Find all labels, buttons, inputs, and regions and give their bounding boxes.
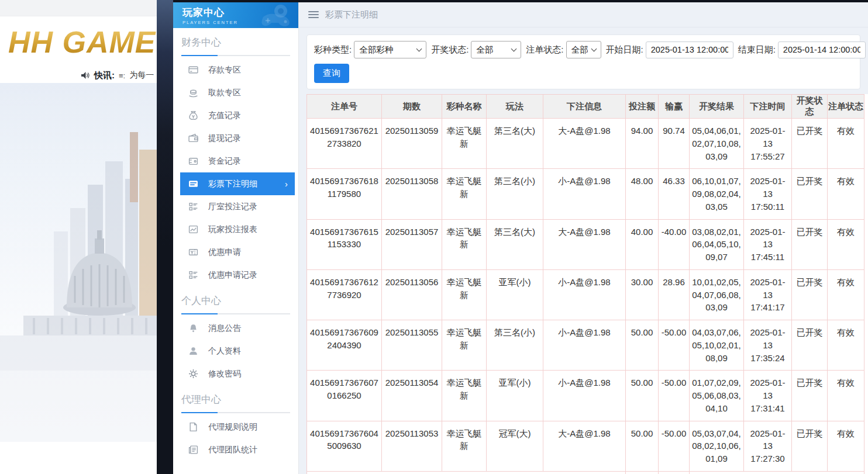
gear-icon [188, 369, 198, 379]
table-row: 40156917367615115333020250113057幸运飞艇新第三名… [307, 219, 864, 269]
table-cell: 50.00 [626, 371, 659, 421]
table-header-row: 注单号 期数 彩种名称 玩法 下注信息 投注额 输赢 开奖结果 下注时间 开奖状… [307, 95, 864, 119]
sidebar-item-deposit[interactable]: 存款专区 [180, 58, 295, 81]
order-status-select-wrap: 全部 [566, 41, 601, 58]
sidebar-item-label: 代理团队统计 [208, 445, 257, 455]
draw-status-label: 开奖状态: [431, 44, 469, 56]
table-cell: 有效 [828, 269, 864, 320]
table-cell: 05,03,07,04,08,02,10,06,01,09 [690, 421, 744, 471]
hamburger-menu-icon[interactable] [308, 11, 319, 18]
personal-menu: 消息公告 个人资料 修改密码 [173, 316, 298, 385]
order-status-select[interactable]: 全部 [566, 41, 601, 58]
sidebar-item-agent-team-stats[interactable]: 代理团队统计 [180, 438, 295, 461]
sidebar-item-withdraw[interactable]: 取款专区 [180, 81, 295, 104]
table-cell: 20250113056 [382, 269, 442, 320]
sidebar-item-withdrawal-records[interactable]: 提现记录 [180, 127, 295, 150]
table-cell: -50.00 [659, 371, 690, 421]
funds-record-icon [188, 156, 198, 166]
draw-status-select-wrap: 全部 [471, 41, 521, 58]
lottery-bets-icon [188, 179, 198, 189]
table-cell: 2025-01-13 17:31:41 [744, 371, 792, 421]
table-cell: 46.33 [659, 169, 690, 219]
column-header: 玩法 [487, 95, 543, 119]
table-cell: 亚军(小) [487, 371, 543, 421]
withdrawal-record-icon [188, 133, 198, 143]
table-cell: 已开奖 [792, 119, 828, 169]
table-cell: 已开奖 [792, 320, 828, 371]
page-title: 彩票下注明细 [325, 9, 378, 20]
sidebar-item-label: 修改密码 [208, 369, 241, 379]
table-cell: 2025-01-13 17:27:30 [744, 421, 792, 471]
total-winloss: -23.97 [659, 471, 690, 474]
table-cell: 04,03,07,06,05,10,02,01,08,09 [690, 320, 744, 371]
filter-panel: 彩种类型: 全部彩种 开奖状态: 全部 注单状态: 全部 开始日期: 结束日期:… [306, 34, 860, 89]
table-cell: 401569173676070166250 [307, 371, 382, 421]
table-cell: 第三名(大) [487, 119, 543, 169]
table-cell: 401569173676045009630 [307, 421, 382, 471]
column-header: 注单号 [307, 95, 382, 119]
table-cell: 小-A盘@1.98 [543, 371, 626, 421]
table-cell: 第三名(小) [487, 320, 543, 371]
sidebar-item-promo-apply[interactable]: 优惠申请 [180, 241, 295, 264]
sidebar-item-agent-rules[interactable]: 代理规则说明 [180, 416, 295, 438]
sidebar-item-player-bet-report[interactable]: 玩家投注报表 [180, 218, 295, 241]
sidebar-item-messages[interactable]: 消息公告 [180, 317, 295, 340]
lottery-type-select-wrap: 全部彩种 [354, 41, 426, 58]
content-topbar: 彩票下注明细 [299, 2, 868, 27]
promo-record-icon [188, 270, 198, 280]
filter-actions: 查询 [314, 64, 853, 83]
table-cell: 小-A盘@1.98 [543, 269, 626, 320]
table-body: 40156917367621273382020250113059幸运飞艇新第三名… [307, 119, 864, 472]
table-cell: 有效 [828, 119, 864, 169]
table-totals: 当前页统计362.00-23.97总统计362.00-23.97 [307, 471, 864, 474]
chevron-right-icon: › [285, 179, 288, 189]
table-cell: 已开奖 [792, 371, 828, 421]
lottery-type-select[interactable]: 全部彩种 [354, 41, 426, 58]
hh-game-logo: HH GAME [0, 25, 156, 60]
speaker-icon [81, 71, 90, 79]
sidebar-item-label: 提现记录 [208, 133, 241, 144]
table-cell: 05,04,06,01,02,07,10,08,03,09 [690, 119, 744, 169]
logo-band: HH GAME [0, 16, 157, 68]
background-topband [0, 0, 157, 16]
table-cell: 50.00 [626, 421, 659, 471]
table-row: 40156917367618117958020250113058幸运飞艇新第三名… [307, 169, 864, 219]
table-cell: 幸运飞艇新 [442, 421, 487, 471]
total-label: 当前页统计 [307, 471, 626, 474]
table-cell: 第三名(小) [487, 169, 543, 219]
table-row: 40156917367612773692020250113056幸运飞艇新亚军(… [307, 269, 864, 320]
end-date-label: 结束日期: [738, 44, 776, 56]
sidebar-item-change-password[interactable]: 修改密码 [180, 362, 295, 385]
column-header: 注单状态 [828, 95, 864, 119]
table-cell: 06,10,01,07,09,08,02,04,03,05 [690, 169, 744, 219]
main-content: 彩票下注明细 彩种类型: 全部彩种 开奖状态: 全部 注单状态: 全部 开始日期… [299, 2, 868, 474]
sidebar-item-recharge-records[interactable]: 充值记录 [180, 104, 295, 127]
table-cell: 01,07,02,09,05,06,08,03,04,10 [690, 371, 744, 421]
promo-apply-icon [188, 247, 198, 257]
sidebar-item-room-bet-records[interactable]: 厅室投注记录 [180, 195, 295, 218]
sidebar-item-profile[interactable]: 个人资料 [180, 340, 295, 362]
end-date-input[interactable] [778, 41, 866, 58]
table-cell: 401569173676092404390 [307, 320, 382, 371]
sidebar-item-funds-records[interactable]: 资金记录 [180, 150, 295, 172]
lottery-type-label: 彩种类型: [314, 44, 352, 56]
sidebar-item-label: 个人资料 [208, 346, 241, 357]
sidebar-item-label: 优惠申请 [208, 247, 241, 258]
table-cell: 已开奖 [792, 421, 828, 471]
start-date-input[interactable] [646, 41, 733, 58]
room-bets-icon [188, 202, 198, 212]
table-row: 40156917367621273382020250113059幸运飞艇新第三名… [307, 119, 864, 169]
table-cell: 10,01,02,05,04,07,06,08,03,09 [690, 269, 744, 320]
draw-status-select[interactable]: 全部 [471, 41, 521, 58]
table-cell: 幸运飞艇新 [442, 219, 487, 269]
table-total-row: 当前页统计362.00-23.97 [307, 471, 864, 474]
sidebar-item-promo-apply-records[interactable]: 优惠申请记录 [180, 264, 295, 286]
section-rule [181, 313, 290, 314]
table-cell: 大-A盘@1.98 [543, 421, 626, 471]
sidebar-item-lottery-bet-details[interactable]: 彩票下注明细 › [180, 172, 295, 195]
total-empty-cell [690, 471, 864, 474]
table-cell: 30.00 [626, 269, 659, 320]
table-cell: 有效 [828, 320, 864, 371]
search-button[interactable]: 查询 [314, 64, 349, 83]
ticker-label: 快讯: [94, 70, 115, 81]
